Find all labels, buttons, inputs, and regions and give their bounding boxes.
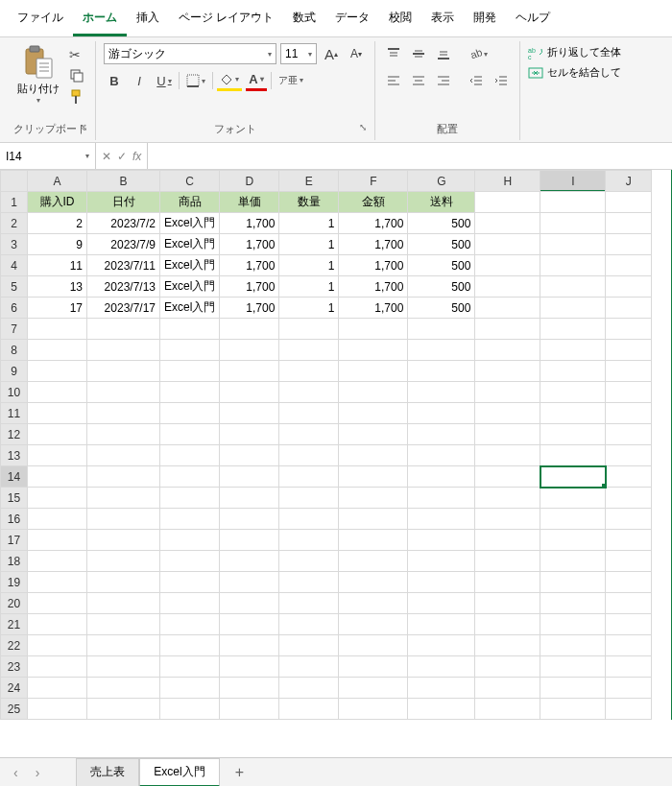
cell-H19[interactable] [475,572,540,593]
cell-J11[interactable] [606,403,652,424]
cell-I24[interactable] [540,678,606,699]
menu-item-9[interactable]: ヘルプ [506,4,560,36]
spreadsheet-grid[interactable]: ABCDEFGHIJ1購入ID日付商品単価数量金額送料222023/7/2Exc… [0,170,672,720]
cell-H22[interactable] [475,635,540,656]
cell-B8[interactable] [87,340,160,361]
cancel-formula-icon[interactable]: ✕ [102,150,111,163]
menu-item-0[interactable]: ファイル [8,4,73,36]
align-center-icon[interactable] [408,70,429,91]
align-left-icon[interactable] [383,70,404,91]
cell-C25[interactable] [160,699,220,720]
cell-A1[interactable]: 購入ID [28,192,87,213]
sheet-tab-1[interactable]: Excel入門 [139,758,219,787]
cell-J25[interactable] [606,699,652,720]
row-header-7[interactable]: 7 [1,319,28,340]
cell-J15[interactable] [606,488,652,509]
col-header-G[interactable]: G [408,171,475,192]
menu-item-4[interactable]: 数式 [283,4,325,36]
cell-J10[interactable] [606,382,652,403]
cell-F18[interactable] [339,551,408,572]
cell-E1[interactable]: 数量 [279,192,339,213]
align-middle-icon[interactable] [408,43,429,64]
cell-C19[interactable] [160,572,220,593]
cell-G11[interactable] [408,403,475,424]
add-sheet-button[interactable]: + [226,760,253,785]
paste-dropdown-icon[interactable]: ▾ [36,96,40,105]
cell-A13[interactable] [28,445,87,466]
cell-F5[interactable]: 1,700 [339,276,408,298]
cell-I10[interactable] [540,382,606,403]
cell-B10[interactable] [87,382,160,403]
cell-A19[interactable] [28,572,87,593]
col-header-I[interactable]: I [540,171,606,192]
align-bottom-icon[interactable] [433,43,454,64]
cell-C22[interactable] [160,635,220,656]
cell-D13[interactable] [220,445,279,466]
sheet-tab-0[interactable]: 売上表 [76,758,139,787]
cell-I4[interactable] [540,255,606,276]
fx-icon[interactable]: fx [132,150,141,163]
row-header-23[interactable]: 23 [1,656,28,678]
cell-I18[interactable] [540,551,606,572]
cell-J23[interactable] [606,656,652,678]
cell-B16[interactable] [87,509,160,530]
border-button[interactable] [183,70,208,91]
cell-G4[interactable]: 500 [408,255,475,276]
row-header-9[interactable]: 9 [1,361,28,382]
cell-G8[interactable] [408,340,475,361]
cell-F15[interactable] [339,488,408,509]
cell-B9[interactable] [87,361,160,382]
cell-B22[interactable] [87,635,160,656]
fill-color-button[interactable] [217,70,242,91]
cell-D25[interactable] [220,699,279,720]
cell-G5[interactable]: 500 [408,276,475,298]
cell-F21[interactable] [339,614,408,635]
row-header-6[interactable]: 6 [1,298,28,319]
cell-H21[interactable] [475,614,540,635]
col-header-J[interactable]: J [606,171,652,192]
cell-E19[interactable] [279,572,339,593]
cell-G25[interactable] [408,699,475,720]
cell-H12[interactable] [475,424,540,445]
cell-I7[interactable] [540,319,606,340]
cell-B14[interactable] [87,466,160,488]
cell-I23[interactable] [540,656,606,678]
cell-A4[interactable]: 11 [28,255,87,276]
cell-H14[interactable] [475,466,540,488]
cell-E15[interactable] [279,488,339,509]
cell-I3[interactable] [540,234,606,255]
cell-A22[interactable] [28,635,87,656]
row-header-19[interactable]: 19 [1,572,28,593]
cell-C5[interactable]: Excel入門 [160,276,220,298]
row-header-16[interactable]: 16 [1,509,28,530]
cell-G6[interactable]: 500 [408,298,475,319]
cell-F19[interactable] [339,572,408,593]
cell-A16[interactable] [28,509,87,530]
col-header-F[interactable]: F [339,171,408,192]
cell-D21[interactable] [220,614,279,635]
cell-G2[interactable]: 500 [408,213,475,234]
font-launcher-icon[interactable]: ⤡ [359,122,367,132]
cell-F3[interactable]: 1,700 [339,234,408,255]
menu-item-8[interactable]: 開発 [464,4,506,36]
cell-C9[interactable] [160,361,220,382]
cell-H1[interactable] [475,192,540,213]
menu-item-1[interactable]: ホーム [73,4,127,36]
col-header-D[interactable]: D [220,171,279,192]
cell-C6[interactable]: Excel入門 [160,298,220,319]
cell-I1[interactable] [540,192,606,213]
cell-G21[interactable] [408,614,475,635]
cell-E18[interactable] [279,551,339,572]
row-header-13[interactable]: 13 [1,445,28,466]
format-painter-icon[interactable] [69,89,84,105]
cell-D22[interactable] [220,635,279,656]
cell-J19[interactable] [606,572,652,593]
cell-F22[interactable] [339,635,408,656]
cell-I19[interactable] [540,572,606,593]
align-right-icon[interactable] [433,70,454,91]
cell-A24[interactable] [28,678,87,699]
cell-C24[interactable] [160,678,220,699]
cell-D1[interactable]: 単価 [220,192,279,213]
cell-E12[interactable] [279,424,339,445]
cell-A3[interactable]: 9 [28,234,87,255]
